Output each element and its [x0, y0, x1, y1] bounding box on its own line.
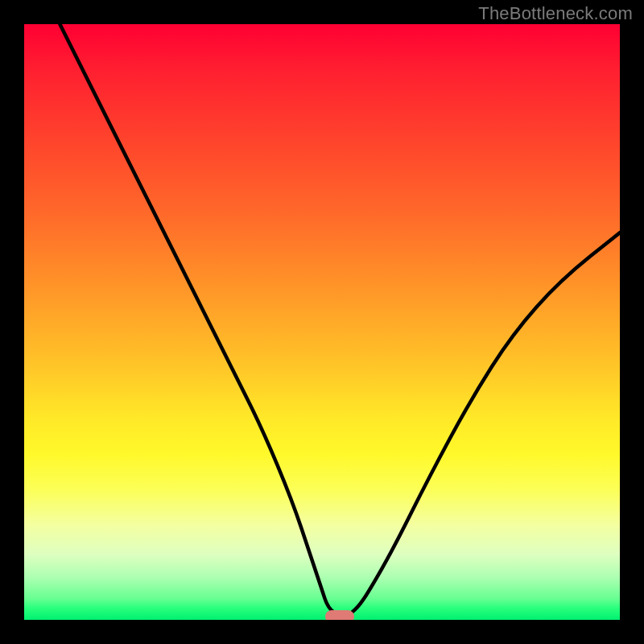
curve-svg — [24, 24, 620, 620]
minimum-marker — [325, 610, 354, 620]
watermark-text: TheBottleneck.com — [478, 3, 633, 24]
plot-area — [24, 24, 620, 620]
chart-frame: TheBottleneck.com — [0, 0, 644, 644]
bottleneck-curve — [60, 24, 620, 618]
